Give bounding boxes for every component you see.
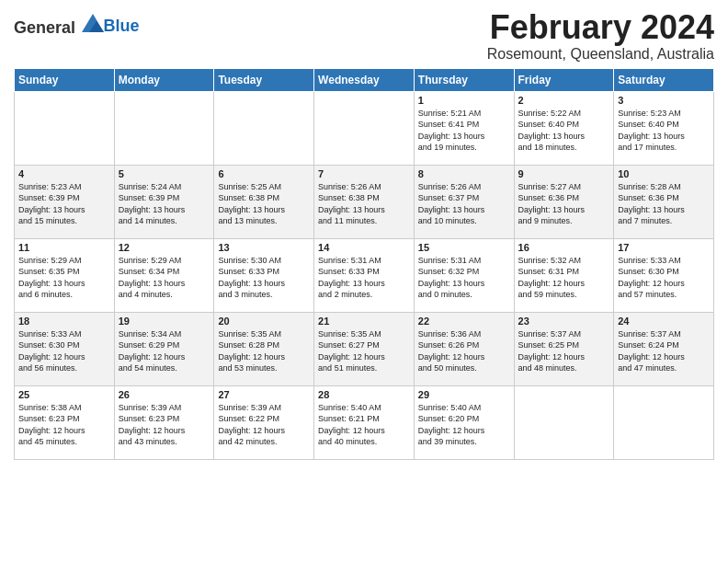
day-header-monday: Monday — [114, 68, 214, 91]
calendar-cell: 23Sunrise: 5:37 AM Sunset: 6:25 PM Dayli… — [514, 312, 614, 385]
calendar-cell: 24Sunrise: 5:37 AM Sunset: 6:24 PM Dayli… — [614, 312, 714, 385]
day-detail: Sunrise: 5:29 AM Sunset: 6:35 PM Dayligh… — [18, 255, 110, 301]
day-number: 10 — [618, 168, 710, 179]
day-detail: Sunrise: 5:35 AM Sunset: 6:27 PM Dayligh… — [318, 328, 410, 374]
day-detail: Sunrise: 5:39 AM Sunset: 6:22 PM Dayligh… — [218, 402, 310, 448]
day-detail: Sunrise: 5:26 AM Sunset: 6:38 PM Dayligh… — [318, 181, 410, 227]
location-title: Rosemount, Queensland, Australia — [487, 46, 714, 63]
day-number: 11 — [18, 242, 110, 253]
day-detail: Sunrise: 5:36 AM Sunset: 6:26 PM Dayligh… — [418, 328, 510, 374]
day-detail: Sunrise: 5:22 AM Sunset: 6:40 PM Dayligh… — [518, 108, 610, 154]
title-block: February 2024 Rosemount, Queensland, Aus… — [487, 9, 714, 63]
day-header-thursday: Thursday — [414, 68, 514, 91]
day-header-saturday: Saturday — [614, 68, 714, 91]
calendar-cell — [114, 91, 214, 165]
day-detail: Sunrise: 5:38 AM Sunset: 6:23 PM Dayligh… — [18, 402, 110, 448]
day-number: 9 — [518, 168, 610, 179]
calendar-cell — [514, 385, 614, 459]
day-number: 1 — [418, 95, 510, 106]
day-header-wednesday: Wednesday — [314, 68, 415, 91]
day-number: 24 — [618, 316, 710, 327]
day-number: 21 — [318, 316, 410, 327]
day-number: 26 — [119, 389, 210, 400]
calendar-cell: 5Sunrise: 5:24 AM Sunset: 6:39 PM Daylig… — [114, 165, 214, 238]
day-detail: Sunrise: 5:31 AM Sunset: 6:32 PM Dayligh… — [418, 255, 510, 301]
calendar-table: SundayMondayTuesdayWednesdayThursdayFrid… — [14, 68, 714, 460]
calendar-cell: 26Sunrise: 5:39 AM Sunset: 6:23 PM Dayli… — [114, 385, 214, 459]
calendar-cell: 16Sunrise: 5:32 AM Sunset: 6:31 PM Dayli… — [514, 238, 614, 312]
calendar-cell: 19Sunrise: 5:34 AM Sunset: 6:29 PM Dayli… — [114, 312, 214, 385]
day-number: 16 — [518, 242, 610, 253]
day-number: 18 — [18, 316, 110, 327]
day-number: 19 — [119, 316, 210, 327]
day-header-friday: Friday — [514, 68, 614, 91]
calendar-cell: 18Sunrise: 5:33 AM Sunset: 6:30 PM Dayli… — [15, 312, 115, 385]
calendar-cell: 27Sunrise: 5:39 AM Sunset: 6:22 PM Dayli… — [214, 385, 314, 459]
day-number: 4 — [18, 168, 110, 179]
header: General Blue February 2024 Rosemount, Qu… — [14, 9, 714, 63]
calendar-cell: 6Sunrise: 5:25 AM Sunset: 6:38 PM Daylig… — [214, 165, 314, 238]
day-detail: Sunrise: 5:40 AM Sunset: 6:21 PM Dayligh… — [318, 402, 410, 448]
day-number: 13 — [218, 242, 310, 253]
logo-general: General — [14, 18, 75, 37]
calendar-cell: 25Sunrise: 5:38 AM Sunset: 6:23 PM Dayli… — [15, 385, 115, 459]
calendar-week-5: 25Sunrise: 5:38 AM Sunset: 6:23 PM Dayli… — [15, 385, 714, 459]
calendar-cell: 14Sunrise: 5:31 AM Sunset: 6:33 PM Dayli… — [314, 238, 415, 312]
day-detail: Sunrise: 5:23 AM Sunset: 6:39 PM Dayligh… — [18, 181, 110, 227]
calendar-cell: 17Sunrise: 5:33 AM Sunset: 6:30 PM Dayli… — [614, 238, 714, 312]
day-detail: Sunrise: 5:33 AM Sunset: 6:30 PM Dayligh… — [618, 255, 710, 301]
day-number: 6 — [218, 168, 310, 179]
day-detail: Sunrise: 5:26 AM Sunset: 6:37 PM Dayligh… — [418, 181, 510, 227]
calendar-cell: 21Sunrise: 5:35 AM Sunset: 6:27 PM Dayli… — [314, 312, 415, 385]
day-detail: Sunrise: 5:24 AM Sunset: 6:39 PM Dayligh… — [119, 181, 210, 227]
calendar-cell: 29Sunrise: 5:40 AM Sunset: 6:20 PM Dayli… — [414, 385, 514, 459]
day-number: 28 — [318, 389, 410, 400]
logo-icon — [82, 13, 104, 33]
calendar-week-3: 11Sunrise: 5:29 AM Sunset: 6:35 PM Dayli… — [15, 238, 714, 312]
day-detail: Sunrise: 5:23 AM Sunset: 6:40 PM Dayligh… — [618, 108, 710, 154]
calendar-week-4: 18Sunrise: 5:33 AM Sunset: 6:30 PM Dayli… — [15, 312, 714, 385]
day-header-tuesday: Tuesday — [214, 68, 314, 91]
calendar-week-1: 1Sunrise: 5:21 AM Sunset: 6:41 PM Daylig… — [15, 91, 714, 165]
day-detail: Sunrise: 5:34 AM Sunset: 6:29 PM Dayligh… — [119, 328, 210, 374]
day-detail: Sunrise: 5:35 AM Sunset: 6:28 PM Dayligh… — [218, 328, 310, 374]
calendar-cell: 8Sunrise: 5:26 AM Sunset: 6:37 PM Daylig… — [414, 165, 514, 238]
calendar-cell: 28Sunrise: 5:40 AM Sunset: 6:21 PM Dayli… — [314, 385, 415, 459]
calendar-cell — [214, 91, 314, 165]
day-header-sunday: Sunday — [15, 68, 115, 91]
calendar-cell: 7Sunrise: 5:26 AM Sunset: 6:38 PM Daylig… — [314, 165, 415, 238]
calendar-cell — [314, 91, 415, 165]
calendar-cell: 10Sunrise: 5:28 AM Sunset: 6:36 PM Dayli… — [614, 165, 714, 238]
day-detail: Sunrise: 5:25 AM Sunset: 6:38 PM Dayligh… — [218, 181, 310, 227]
calendar-cell: 4Sunrise: 5:23 AM Sunset: 6:39 PM Daylig… — [15, 165, 115, 238]
day-detail: Sunrise: 5:33 AM Sunset: 6:30 PM Dayligh… — [18, 328, 110, 374]
day-number: 15 — [418, 242, 510, 253]
day-detail: Sunrise: 5:40 AM Sunset: 6:20 PM Dayligh… — [418, 402, 510, 448]
day-number: 17 — [618, 242, 710, 253]
logo: General Blue — [14, 17, 140, 38]
calendar-cell: 3Sunrise: 5:23 AM Sunset: 6:40 PM Daylig… — [614, 91, 714, 165]
day-number: 2 — [518, 95, 610, 106]
calendar-cell: 22Sunrise: 5:36 AM Sunset: 6:26 PM Dayli… — [414, 312, 514, 385]
calendar-cell: 9Sunrise: 5:27 AM Sunset: 6:36 PM Daylig… — [514, 165, 614, 238]
calendar-cell: 15Sunrise: 5:31 AM Sunset: 6:32 PM Dayli… — [414, 238, 514, 312]
day-detail: Sunrise: 5:31 AM Sunset: 6:33 PM Dayligh… — [318, 255, 410, 301]
day-number: 25 — [18, 389, 110, 400]
calendar-cell: 11Sunrise: 5:29 AM Sunset: 6:35 PM Dayli… — [15, 238, 115, 312]
day-number: 8 — [418, 168, 510, 179]
day-detail: Sunrise: 5:39 AM Sunset: 6:23 PM Dayligh… — [119, 402, 210, 448]
calendar-cell — [15, 91, 115, 165]
day-number: 29 — [418, 389, 510, 400]
calendar-cell: 13Sunrise: 5:30 AM Sunset: 6:33 PM Dayli… — [214, 238, 314, 312]
calendar-cell: 20Sunrise: 5:35 AM Sunset: 6:28 PM Dayli… — [214, 312, 314, 385]
day-detail: Sunrise: 5:29 AM Sunset: 6:34 PM Dayligh… — [119, 255, 210, 301]
day-number: 22 — [418, 316, 510, 327]
day-detail: Sunrise: 5:27 AM Sunset: 6:36 PM Dayligh… — [518, 181, 610, 227]
day-detail: Sunrise: 5:32 AM Sunset: 6:31 PM Dayligh… — [518, 255, 610, 301]
day-detail: Sunrise: 5:37 AM Sunset: 6:25 PM Dayligh… — [518, 328, 610, 374]
day-number: 20 — [218, 316, 310, 327]
day-number: 14 — [318, 242, 410, 253]
day-number: 7 — [318, 168, 410, 179]
day-detail: Sunrise: 5:28 AM Sunset: 6:36 PM Dayligh… — [618, 181, 710, 227]
calendar-header-row: SundayMondayTuesdayWednesdayThursdayFrid… — [15, 68, 714, 91]
